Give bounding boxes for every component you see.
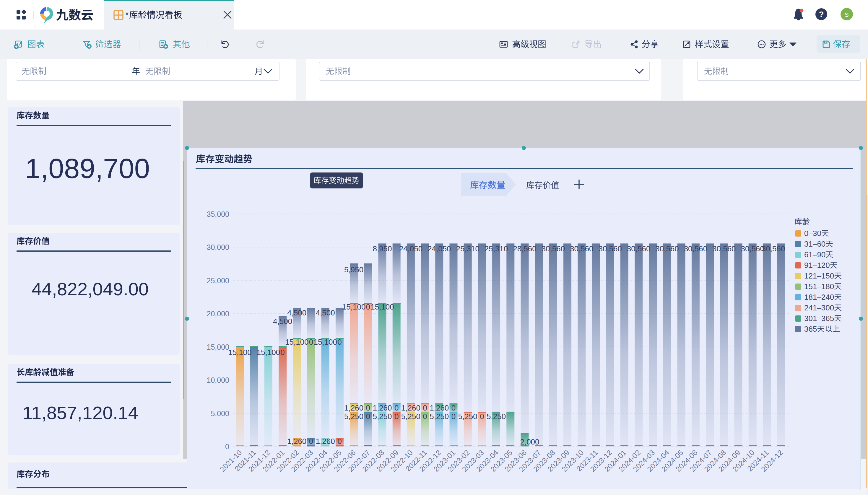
svg-text:30,560: 30,560: [570, 244, 594, 253]
svg-text:0: 0: [366, 412, 370, 421]
svg-text:11,857,120.14: 11,857,120.14: [22, 403, 138, 423]
svg-text:25,310: 25,310: [484, 244, 508, 253]
svg-text:5,250: 5,250: [401, 412, 421, 421]
svg-text:0: 0: [225, 442, 229, 451]
svg-text:15,100: 15,100: [371, 303, 394, 311]
svg-text:30,560: 30,560: [655, 244, 679, 253]
svg-text:30,560: 30,560: [684, 244, 708, 253]
svg-text:5,000: 5,000: [211, 409, 229, 417]
svg-text:5,950: 5,950: [344, 265, 363, 274]
svg-text:5,250: 5,250: [458, 412, 477, 421]
svg-text:0: 0: [423, 412, 427, 421]
svg-text:0: 0: [337, 338, 342, 346]
svg-text:0: 0: [309, 437, 313, 446]
svg-text:0: 0: [366, 404, 370, 412]
svg-text:0: 0: [480, 412, 484, 421]
svg-text:5,250: 5,250: [429, 412, 449, 421]
svg-text:30,000: 30,000: [207, 243, 229, 251]
svg-text:30,560: 30,560: [762, 244, 785, 253]
svg-text:0–30: 0–30: [804, 229, 821, 238]
svg-text:15,100: 15,100: [228, 348, 252, 357]
svg-text:15,100: 15,100: [285, 338, 309, 346]
svg-text:121–150: 121–150: [804, 271, 834, 280]
svg-text:0: 0: [452, 404, 456, 412]
svg-text:4,500: 4,500: [273, 317, 292, 326]
svg-text:0: 0: [280, 348, 285, 357]
svg-text:91–120: 91–120: [804, 261, 830, 270]
svg-text:15,100: 15,100: [342, 303, 366, 311]
svg-text:61–90: 61–90: [804, 250, 826, 259]
svg-text:31–60: 31–60: [804, 240, 826, 249]
svg-text:241–300: 241–300: [804, 303, 834, 312]
svg-text:2,000: 2,000: [520, 438, 539, 446]
svg-text:s: s: [845, 10, 849, 19]
svg-text:15,100: 15,100: [257, 348, 280, 357]
svg-text:8,950: 8,950: [373, 244, 392, 253]
svg-text:*: *: [125, 10, 129, 19]
svg-text:1,260: 1,260: [316, 437, 335, 446]
svg-text:5,250: 5,250: [487, 412, 506, 421]
svg-text:0: 0: [394, 404, 398, 412]
svg-text:10,000: 10,000: [207, 376, 229, 384]
svg-text:181–240: 181–240: [804, 293, 834, 302]
svg-text:20,000: 20,000: [207, 309, 229, 318]
svg-text:?: ?: [819, 10, 824, 19]
svg-text:30,560: 30,560: [741, 244, 764, 253]
svg-text:0: 0: [337, 437, 342, 446]
svg-text:1,260: 1,260: [401, 404, 421, 412]
svg-text:30,560: 30,560: [542, 244, 565, 253]
svg-text:30,560: 30,560: [712, 244, 736, 253]
svg-text:0: 0: [394, 412, 398, 421]
svg-text:25,310: 25,310: [456, 244, 479, 253]
svg-text:25,000: 25,000: [207, 276, 229, 285]
svg-text:4,500: 4,500: [316, 308, 335, 317]
svg-text:44,822,049.00: 44,822,049.00: [32, 279, 149, 299]
svg-text:30,560: 30,560: [598, 244, 622, 253]
svg-text:30,560: 30,560: [627, 244, 650, 253]
svg-text:4,500: 4,500: [287, 308, 306, 317]
svg-text:24,050: 24,050: [399, 244, 423, 253]
svg-text:0: 0: [423, 404, 427, 412]
svg-text:0: 0: [366, 303, 370, 311]
svg-text:301–365: 301–365: [804, 314, 834, 323]
svg-text:1,260: 1,260: [344, 404, 363, 412]
svg-text:365: 365: [804, 325, 817, 334]
svg-text:24,050: 24,050: [427, 244, 451, 253]
svg-text:28,560: 28,560: [513, 244, 537, 253]
svg-text:35,000: 35,000: [207, 210, 229, 218]
svg-text:1,260: 1,260: [429, 404, 449, 412]
svg-text:15,100: 15,100: [313, 338, 337, 346]
svg-text:1,260: 1,260: [287, 437, 306, 446]
svg-text:5,250: 5,250: [344, 412, 363, 421]
svg-text:5,250: 5,250: [373, 412, 392, 421]
svg-text:1,260: 1,260: [373, 404, 392, 412]
svg-text:151–180: 151–180: [804, 282, 834, 291]
svg-text:0: 0: [452, 412, 456, 421]
svg-text:0: 0: [309, 338, 313, 346]
svg-text:1,089,700: 1,089,700: [25, 153, 150, 184]
svg-text:15,000: 15,000: [207, 343, 229, 351]
